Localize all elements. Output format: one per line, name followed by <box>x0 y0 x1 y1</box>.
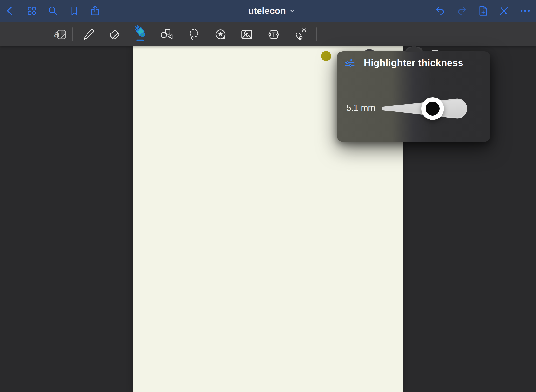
popover-arrow <box>405 45 423 52</box>
back-button[interactable] <box>4 4 17 18</box>
svg-text:a: a <box>54 29 60 39</box>
tool-pen[interactable] <box>79 24 97 45</box>
pen-icon <box>81 27 95 41</box>
search-button[interactable] <box>46 4 60 18</box>
pages-overview-button[interactable] <box>25 4 39 18</box>
zoom-window-icon: a <box>54 27 68 42</box>
popover-title: Highlighter thickness <box>337 58 490 68</box>
chevron-down-icon <box>289 8 295 14</box>
toolbar-divider <box>72 27 73 41</box>
add-page-icon <box>477 5 489 17</box>
tool-lasso[interactable] <box>185 24 203 45</box>
back-chevron-icon <box>5 5 16 16</box>
shapes-icon <box>160 27 174 41</box>
add-page-button[interactable] <box>476 4 490 18</box>
redo-button[interactable] <box>455 4 468 18</box>
lasso-icon <box>187 27 201 41</box>
thickness-slider-knob-dot <box>426 102 440 116</box>
bookmark-icon <box>69 5 80 16</box>
tool-shapes[interactable] <box>158 24 176 45</box>
document-title: utelecon <box>248 6 286 16</box>
tool-eraser[interactable] <box>105 24 124 45</box>
bluetooth-icon <box>134 25 140 33</box>
ellipsis-icon <box>519 5 531 17</box>
laser-pointer-icon <box>293 27 307 41</box>
bookmark-button[interactable] <box>67 4 81 18</box>
color-swatch-olive[interactable] <box>321 51 331 61</box>
sticker-icon <box>214 27 228 41</box>
popover-header: Highlighter thickness <box>337 51 490 74</box>
tool-image[interactable] <box>238 24 256 45</box>
toolbar-divider <box>316 27 317 41</box>
thickness-slider-knob[interactable] <box>421 97 444 120</box>
popover-divider <box>337 74 490 74</box>
tools-toolbar: a <box>0 22 536 46</box>
top-navigation-bar: utelecon <box>0 0 536 22</box>
tool-zoom-window[interactable]: a <box>52 24 70 45</box>
undo-icon <box>435 5 446 17</box>
tool-highlighter[interactable] <box>132 24 150 45</box>
tool-sticker[interactable] <box>211 24 230 45</box>
tool-text[interactable] <box>265 24 283 45</box>
eraser-icon <box>107 27 121 41</box>
stylus-crossed-icon <box>498 5 510 17</box>
search-icon <box>47 5 59 17</box>
document-title-menu[interactable]: utelecon <box>248 0 295 22</box>
redo-icon <box>456 5 467 17</box>
undo-button[interactable] <box>434 4 447 18</box>
stylus-readonly-button[interactable] <box>497 4 511 18</box>
share-button[interactable] <box>88 4 102 18</box>
tool-laser-pointer[interactable] <box>291 24 309 45</box>
more-options-button[interactable] <box>518 4 532 18</box>
thickness-value-label: 5.1 mm <box>346 103 375 113</box>
text-icon <box>267 27 281 41</box>
grid-icon <box>26 5 37 16</box>
highlighter-thickness-popover: Highlighter thickness 5.1 mm <box>337 51 490 142</box>
image-icon <box>240 27 254 41</box>
share-icon <box>89 5 101 17</box>
